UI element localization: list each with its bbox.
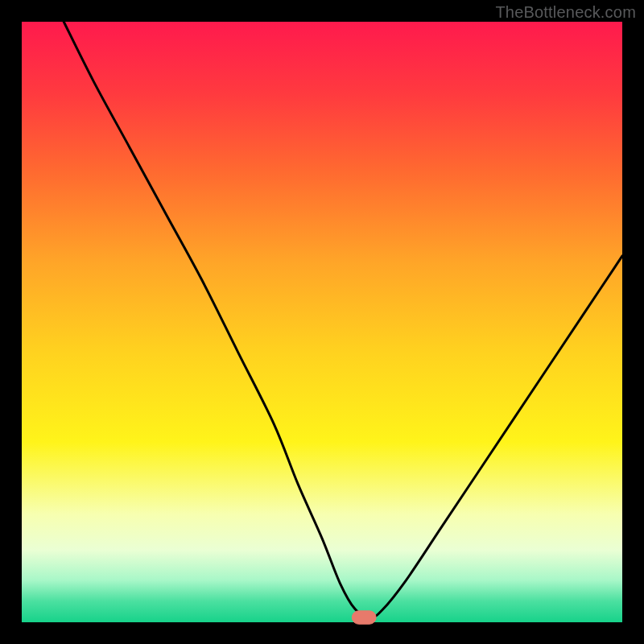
plot-area [22,22,622,622]
watermark-text: TheBottleneck.com [495,3,636,22]
chart-container: TheBottleneck.com [0,0,644,644]
optimal-point-marker [352,611,376,624]
bottleneck-chart [0,0,644,644]
